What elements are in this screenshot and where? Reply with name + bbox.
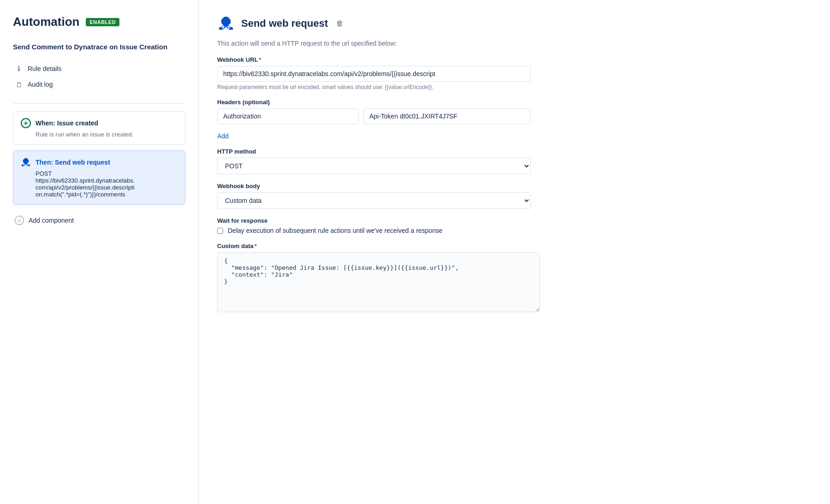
- headers-label: Headers (optional): [217, 99, 812, 106]
- audit-icon: 🗒: [15, 80, 23, 89]
- add-component[interactable]: ○ Add component: [13, 212, 185, 229]
- wait-for-response-label: Wait for response: [217, 217, 812, 224]
- trigger-title: When: Issue created: [36, 119, 98, 127]
- webhook-url-input[interactable]: [217, 66, 531, 82]
- divider: [13, 103, 185, 104]
- trigger-card[interactable]: + When: Issue created Rule is run when a…: [13, 111, 185, 145]
- wait-checkbox-label[interactable]: Delay execution of subsequent rule actio…: [228, 227, 443, 234]
- http-method-group: HTTP method GET POST PUT PATCH DELETE: [217, 148, 812, 174]
- header-value-input[interactable]: [363, 108, 531, 124]
- headers-row: [217, 108, 531, 124]
- headers-group: Headers (optional): [217, 99, 812, 124]
- http-method-select[interactable]: GET POST PUT PATCH DELETE: [217, 158, 531, 174]
- section-header: Send web request 🗑: [217, 15, 812, 32]
- action-description: POSThttps://biv62330.sprint.dynatracelab…: [36, 170, 178, 198]
- left-panel: Automation ENABLED Send Comment to Dynat…: [0, 0, 198, 504]
- header-name-input[interactable]: [217, 108, 359, 124]
- page-header: Automation ENABLED: [13, 15, 185, 29]
- section-description: This action will send a HTTP request to …: [217, 40, 812, 47]
- info-icon: ℹ: [15, 65, 23, 73]
- trigger-icon: +: [21, 118, 31, 128]
- webhook-body-select[interactable]: Custom data Empty Issue data: [217, 192, 531, 209]
- webhook-body-group: Webhook body Custom data Empty Issue dat…: [217, 183, 812, 209]
- add-header-link[interactable]: Add: [217, 132, 229, 140]
- webhook-url-label: Webhook URL*: [217, 56, 812, 63]
- add-component-label: Add component: [29, 217, 74, 224]
- delete-button[interactable]: 🗑: [334, 18, 345, 30]
- wait-for-response-group: Wait for response Delay execution of sub…: [217, 217, 812, 234]
- action-title: Then: Send web request: [36, 159, 110, 166]
- required-marker: *: [259, 56, 261, 63]
- custom-data-textarea[interactable]: { "message": "Opened Jira Issue: [{{issu…: [217, 252, 540, 312]
- webhook-url-group: Webhook URL* Request parameters must be …: [217, 56, 812, 90]
- trigger-card-header: + When: Issue created: [21, 118, 178, 128]
- enabled-badge: ENABLED: [86, 18, 119, 26]
- nav-items: ℹ Rule details 🗒 Audit log: [13, 61, 185, 92]
- action-card[interactable]: Then: Send web request POSThttps://biv62…: [13, 150, 185, 205]
- nav-label-rule-details: Rule details: [28, 65, 61, 72]
- custom-data-label: Custom data*: [217, 243, 812, 249]
- wait-checkbox[interactable]: [217, 228, 223, 234]
- nav-item-audit-log[interactable]: 🗒 Audit log: [13, 77, 185, 92]
- right-panel: Send web request 🗑 This action will send…: [198, 0, 830, 504]
- page-title: Automation: [13, 15, 79, 29]
- trigger-description: Rule is run when an issue is created.: [36, 131, 178, 138]
- nav-item-rule-details[interactable]: ℹ Rule details: [13, 61, 185, 77]
- rule-title: Send Comment to Dynatrace on Issue Creat…: [13, 42, 185, 52]
- nav-label-audit-log: Audit log: [28, 81, 53, 88]
- add-component-circle-icon: ○: [15, 216, 24, 225]
- http-method-label: HTTP method: [217, 148, 812, 155]
- section-title: Send web request: [241, 18, 328, 30]
- action-icon: [21, 157, 31, 167]
- action-card-header: Then: Send web request: [21, 157, 178, 167]
- checkbox-row: Delay execution of subsequent rule actio…: [217, 227, 531, 234]
- custom-data-group: Custom data* { "message": "Opened Jira I…: [217, 243, 812, 314]
- webhook-hint: Request parameters must be url encoded, …: [217, 84, 812, 90]
- section-webhook-icon: [217, 15, 235, 32]
- custom-data-required: *: [255, 243, 257, 249]
- webhook-body-label: Webhook body: [217, 183, 812, 190]
